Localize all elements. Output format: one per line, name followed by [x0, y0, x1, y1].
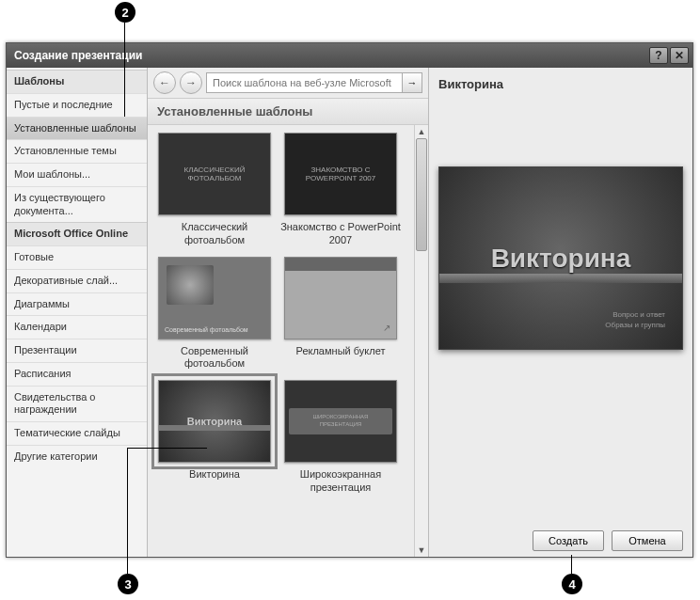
dialog-title: Создание презентации	[14, 49, 142, 62]
back-button[interactable]: ←	[153, 71, 176, 94]
template-widescreen[interactable]: ШИРОКОЭКРАННАЯ ПРЕЗЕНТАЦИЯ Широкоэкранна…	[279, 380, 402, 495]
template-modern-album[interactable]: Современный фотоальбом Современный фотоа…	[153, 257, 276, 371]
create-button[interactable]: Создать	[533, 530, 604, 551]
preview-pane: Викторина Викторина Вопрос и ответ Образ…	[429, 68, 692, 557]
template-thumb: КЛАССИЧЕСКИЙ ФОТОАЛЬБОМ	[158, 133, 271, 215]
close-button[interactable]: ✕	[670, 47, 689, 64]
scroll-up-arrow[interactable]: ▲	[415, 125, 428, 138]
sidebar-item-thematic[interactable]: Тематические слайды	[7, 421, 147, 445]
preview-thumbnail: Викторина Вопрос и ответ Образы и группы	[438, 166, 683, 350]
toolbar: ← → →	[148, 68, 428, 98]
callout-3: 3	[118, 574, 138, 594]
template-label: Викторина	[153, 468, 276, 482]
callout-2-line	[124, 23, 125, 117]
preview-title: Викторина	[438, 77, 683, 91]
sidebar-item-presentations[interactable]: Презентации	[7, 339, 147, 362]
scroll-thumb[interactable]	[416, 138, 427, 251]
template-label: Знакомство с PowerPoint 2007	[279, 221, 402, 247]
sidebar-item-calendars[interactable]: Календари	[7, 315, 147, 339]
sidebar-item-other[interactable]: Другие категории	[7, 445, 147, 468]
template-powerpoint-intro[interactable]: ЗНАКОМСТВО С POWERPOINT 2007 Знакомство …	[279, 133, 402, 247]
templates-area: КЛАССИЧЕСКИЙ ФОТОАЛЬБОМ Классический фот…	[148, 125, 428, 557]
scrollbar[interactable]: ▲ ▼	[414, 125, 428, 557]
template-brochure[interactable]: ↗ Рекламный буклет	[279, 257, 402, 371]
template-classic-album[interactable]: КЛАССИЧЕСКИЙ ФОТОАЛЬБОМ Классический фот…	[153, 133, 276, 247]
preview-small-text: Вопрос и ответ Образы и группы	[605, 310, 665, 330]
sidebar-header-templates: Шаблоны	[7, 70, 147, 93]
search-go-button[interactable]: →	[402, 72, 422, 93]
template-thumb: ШИРОКОЭКРАННАЯ ПРЕЗЕНТАЦИЯ	[284, 380, 397, 463]
sidebar-item-installed-themes[interactable]: Установленные темы	[7, 139, 147, 163]
sidebar-item-decorative[interactable]: Декоративные слай...	[7, 269, 147, 292]
template-label: Современный фотоальбом	[153, 345, 276, 371]
help-button[interactable]: ?	[649, 47, 668, 64]
template-label: Широкоэкранная презентация	[279, 468, 402, 495]
sidebar-item-installed-templates[interactable]: Установленные шаблоны	[7, 117, 147, 140]
dialog-create-presentation: Создание презентации ? ✕ Шаблоны Пустые …	[6, 42, 693, 558]
sidebar-item-schedules[interactable]: Расписания	[7, 362, 147, 386]
sidebar-header-office-online: Microsoft Office Online	[7, 222, 147, 245]
dialog-body: Шаблоны Пустые и последние Установленные…	[7, 68, 692, 557]
section-title: Установленные шаблоны	[148, 98, 428, 125]
center-pane: ← → → Установленные шаблоны КЛАССИЧЕСКИЙ…	[148, 68, 429, 557]
callout-4: 4	[562, 574, 582, 594]
template-thumb: Викторина	[158, 380, 271, 463]
template-thumb: Современный фотоальбом	[158, 257, 271, 339]
callout-4-line	[571, 555, 572, 574]
template-label: Рекламный буклет	[279, 345, 402, 358]
template-label: Классический фотоальбом	[153, 221, 276, 247]
callout-2: 2	[115, 2, 135, 23]
callout-3-line	[127, 448, 128, 574]
template-thumb: ЗНАКОМСТВО С POWERPOINT 2007	[284, 133, 397, 215]
callout-3-line-h	[127, 448, 207, 449]
cancel-button[interactable]: Отмена	[612, 530, 683, 551]
search-box: →	[206, 72, 422, 93]
sidebar-item-from-existing[interactable]: Из существующего документа...	[7, 186, 147, 223]
sidebar-item-blank-recent[interactable]: Пустые и последние	[7, 93, 147, 117]
titlebar: Создание презентации ? ✕	[7, 43, 692, 68]
sidebar-item-awards[interactable]: Свидетельства о награждении	[7, 386, 147, 422]
sidebar-item-featured[interactable]: Готовые	[7, 245, 147, 269]
templates-grid: КЛАССИЧЕСКИЙ ФОТОАЛЬБОМ Классический фот…	[148, 125, 414, 557]
search-input[interactable]	[206, 72, 422, 93]
template-quiz[interactable]: Викторина Викторина	[153, 380, 276, 495]
preview-big-text: Викторина	[491, 244, 631, 274]
template-thumb: ↗	[284, 257, 397, 339]
dialog-footer: Создать Отмена	[533, 530, 683, 551]
sidebar-item-diagrams[interactable]: Диаграммы	[7, 292, 147, 316]
scroll-down-arrow[interactable]: ▼	[415, 544, 428, 557]
sidebar-item-my-templates[interactable]: Мои шаблоны...	[7, 163, 147, 186]
forward-button[interactable]: →	[180, 71, 202, 94]
